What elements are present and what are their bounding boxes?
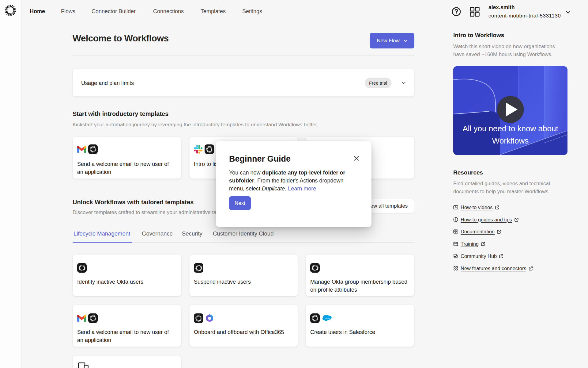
svg-text:salesforce: salesforce [325, 317, 330, 319]
